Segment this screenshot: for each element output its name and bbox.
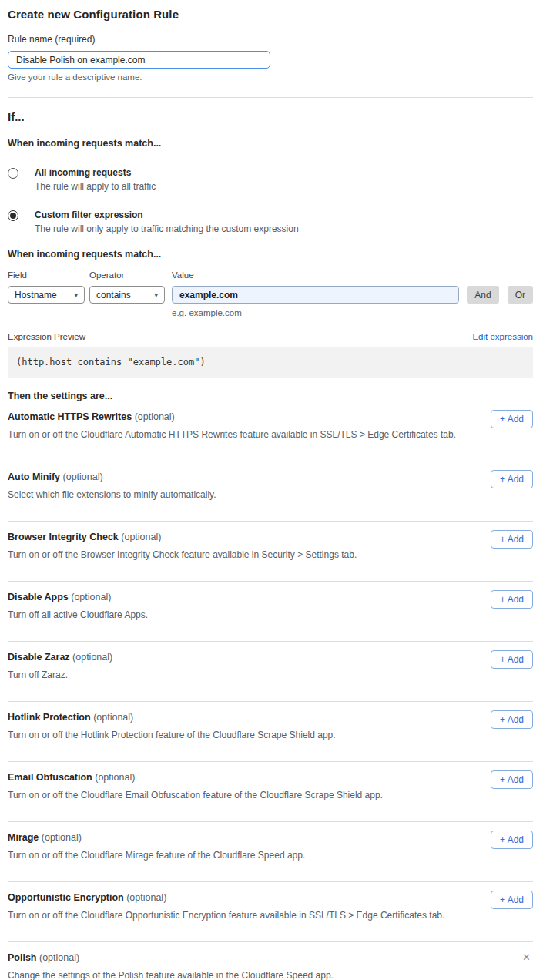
expression-preview-header: Expression Preview Edit expression bbox=[8, 332, 533, 341]
setting-title: Browser Integrity Check (optional) bbox=[8, 532, 533, 542]
setting-title: Polish (optional) bbox=[8, 952, 533, 963]
setting-description: Change the settings of the Polish featur… bbox=[8, 970, 533, 980]
rule-name-input[interactable] bbox=[8, 51, 270, 69]
radio-label: Custom filter expression bbox=[35, 210, 299, 220]
optional-suffix: (optional) bbox=[63, 472, 103, 482]
optional-suffix: (optional) bbox=[95, 772, 135, 783]
field-label: Field bbox=[8, 270, 85, 280]
setting-description: Turn on or off the Cloudflare Automatic … bbox=[8, 429, 533, 440]
setting-description: Select which file extensions to minify a… bbox=[8, 489, 533, 500]
chevron-down-icon: ▾ bbox=[154, 291, 158, 299]
setting-title: Mirage (optional) bbox=[8, 832, 533, 843]
add-button[interactable]: + Add bbox=[491, 770, 533, 789]
optional-suffix: (optional) bbox=[72, 652, 112, 663]
value-input[interactable] bbox=[172, 286, 459, 304]
optional-suffix: (optional) bbox=[71, 592, 111, 602]
add-button[interactable]: + Add bbox=[491, 530, 533, 549]
add-button[interactable]: + Add bbox=[491, 590, 533, 609]
setting-automatic-https-rewrites: Automatic HTTPS Rewrites (optional)Turn … bbox=[8, 401, 533, 461]
setting-title: Disable Apps (optional) bbox=[8, 592, 533, 602]
expression-text: (http.host contains "example.com") bbox=[16, 357, 206, 368]
setting-name: Auto Minify bbox=[8, 472, 60, 482]
operator-select[interactable]: contains ▾ bbox=[89, 286, 165, 304]
setting-description: Turn off all active Cloudflare Apps. bbox=[8, 609, 533, 620]
edit-expression-link[interactable]: Edit expression bbox=[472, 332, 533, 341]
operator-label: Operator bbox=[89, 270, 165, 280]
value-column: Value e.g. example.com bbox=[172, 270, 459, 317]
setting-name: Hotlink Protection bbox=[8, 712, 91, 723]
setting-browser-integrity-check: Browser Integrity Check (optional)Turn o… bbox=[8, 522, 533, 581]
operator-column: Operator contains ▾ bbox=[89, 270, 165, 304]
add-button[interactable]: + Add bbox=[491, 650, 533, 669]
setting-name: Automatic HTTPS Rewrites bbox=[8, 411, 132, 422]
setting-title: Disable Zaraz (optional) bbox=[8, 652, 533, 663]
optional-suffix: (optional) bbox=[126, 892, 166, 903]
setting-disable-apps: Disable Apps (optional)Turn off all acti… bbox=[8, 582, 533, 641]
setting-description: Turn on or off the Cloudflare Opportunis… bbox=[8, 910, 533, 921]
setting-name: Disable Zaraz bbox=[8, 652, 70, 663]
expression-builder-heading: When incoming requests match... bbox=[8, 249, 533, 260]
setting-description: Turn on or off the Hotlink Protection fe… bbox=[8, 730, 533, 740]
setting-name: Mirage bbox=[8, 832, 39, 843]
setting-mirage: Mirage (optional)Turn on or off the Clou… bbox=[8, 822, 533, 881]
expression-builder-row: Field Hostname ▾ Operator contains ▾ Val… bbox=[8, 270, 533, 317]
add-button[interactable]: + Add bbox=[491, 410, 533, 428]
setting-description: Turn on or off the Cloudflare Email Obfu… bbox=[8, 790, 533, 800]
add-button[interactable]: + Add bbox=[491, 470, 533, 488]
setting-name: Browser Integrity Check bbox=[8, 532, 119, 542]
setting-title: Email Obfuscation (optional) bbox=[8, 772, 533, 783]
setting-disable-zaraz: Disable Zaraz (optional)Turn off Zaraz.+… bbox=[8, 642, 533, 701]
radio-button-icon[interactable] bbox=[8, 168, 18, 179]
setting-auto-minify: Auto Minify (optional)Select which file … bbox=[8, 461, 533, 521]
and-button[interactable]: And bbox=[467, 286, 498, 304]
field-select-value: Hostname bbox=[15, 290, 57, 300]
setting-description: Turn on or off the Browser Integrity Che… bbox=[8, 549, 533, 560]
setting-description: Turn on or off the Cloudflare Mirage fea… bbox=[8, 850, 533, 861]
setting-name: Email Obfuscation bbox=[8, 772, 92, 783]
add-button[interactable]: + Add bbox=[491, 831, 533, 849]
page-title: Create new Configuration Rule bbox=[8, 8, 533, 21]
setting-email-obfuscation: Email Obfuscation (optional)Turn on or o… bbox=[8, 762, 533, 821]
divider bbox=[8, 97, 533, 98]
setting-name: Polish bbox=[8, 952, 37, 963]
if-heading: If... bbox=[8, 110, 533, 123]
setting-name: Disable Apps bbox=[8, 592, 69, 602]
radio-button-selected-icon[interactable] bbox=[8, 210, 18, 221]
field-select[interactable]: Hostname ▾ bbox=[8, 286, 85, 304]
optional-suffix: (optional) bbox=[121, 532, 161, 542]
value-hint: e.g. example.com bbox=[172, 308, 459, 317]
setting-opportunistic-encryption: Opportunistic Encryption (optional)Turn … bbox=[8, 882, 533, 941]
close-icon[interactable]: ✕ bbox=[522, 951, 531, 963]
optional-suffix: (optional) bbox=[42, 832, 82, 843]
setting-title: Opportunistic Encryption (optional) bbox=[8, 892, 533, 903]
value-label: Value bbox=[172, 270, 459, 280]
optional-suffix: (optional) bbox=[93, 712, 133, 723]
setting-description: Turn off Zaraz. bbox=[8, 670, 533, 680]
add-button[interactable]: + Add bbox=[491, 710, 533, 729]
or-button[interactable]: Or bbox=[508, 286, 533, 304]
add-button[interactable]: + Add bbox=[491, 891, 533, 909]
radio-description: The rule will only apply to traffic matc… bbox=[35, 223, 299, 234]
rule-name-help: Give your rule a descriptive name. bbox=[8, 72, 533, 82]
chevron-down-icon: ▾ bbox=[74, 291, 78, 299]
settings-heading: Then the settings are... bbox=[8, 391, 533, 401]
radio-label: All incoming requests bbox=[35, 167, 156, 178]
setting-title: Auto Minify (optional) bbox=[8, 472, 533, 482]
setting-polish: Polish (optional)Change the settings of … bbox=[8, 942, 533, 980]
optional-suffix: (optional) bbox=[39, 952, 79, 963]
settings-list: Automatic HTTPS Rewrites (optional)Turn … bbox=[8, 401, 533, 980]
operator-select-value: contains bbox=[96, 290, 131, 300]
setting-title: Automatic HTTPS Rewrites (optional) bbox=[8, 411, 533, 422]
configuration-rule-form: Create new Configuration Rule Rule name … bbox=[8, 8, 533, 980]
rule-name-label: Rule name (required) bbox=[8, 34, 533, 45]
radio-option-custom-filter-expression[interactable]: Custom filter expression The rule will o… bbox=[8, 210, 533, 234]
expression-preview-label: Expression Preview bbox=[8, 332, 85, 341]
incoming-requests-match-heading: When incoming requests match... bbox=[8, 138, 533, 149]
setting-hotlink-protection: Hotlink Protection (optional)Turn on or … bbox=[8, 702, 533, 761]
setting-name: Opportunistic Encryption bbox=[8, 892, 124, 903]
expression-preview-code: (http.host contains "example.com") bbox=[8, 347, 533, 378]
setting-title: Hotlink Protection (optional) bbox=[8, 712, 533, 723]
optional-suffix: (optional) bbox=[135, 411, 175, 422]
radio-option-all-incoming-requests[interactable]: All incoming requests The rule will appl… bbox=[8, 167, 533, 192]
radio-description: The rule will apply to all traffic bbox=[35, 181, 156, 192]
